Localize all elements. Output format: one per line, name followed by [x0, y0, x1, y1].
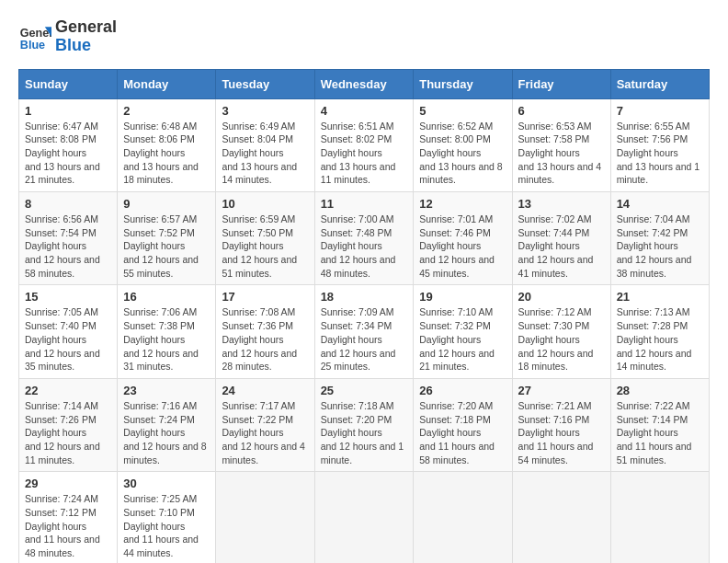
calendar-cell: 11 Sunrise: 7:00 AM Sunset: 7:48 PM Dayl…: [314, 192, 414, 285]
weekday-header-tuesday: Tuesday: [216, 69, 314, 98]
day-info: Sunrise: 7:05 AM Sunset: 7:40 PM Dayligh…: [25, 305, 111, 373]
calendar-table: SundayMondayTuesdayWednesdayThursdayFrid…: [18, 69, 710, 563]
day-number: 25: [321, 384, 408, 397]
logo-text: General Blue: [55, 18, 117, 55]
day-number: 18: [321, 290, 408, 304]
day-number: 24: [222, 384, 308, 397]
day-info: Sunrise: 7:16 AM Sunset: 7:24 PM Dayligh…: [123, 399, 210, 466]
calendar-week-row: 8 Sunrise: 6:56 AM Sunset: 7:54 PM Dayli…: [19, 192, 710, 285]
calendar-cell: 12 Sunrise: 7:01 AM Sunset: 7:46 PM Dayl…: [414, 192, 512, 285]
day-number: 28: [617, 384, 703, 397]
calendar-cell: 28 Sunrise: 7:22 AM Sunset: 7:14 PM Dayl…: [610, 378, 709, 471]
day-info: Sunrise: 7:25 AM Sunset: 7:10 PM Dayligh…: [123, 492, 210, 559]
day-number: 12: [419, 197, 506, 211]
weekday-header-saturday: Saturday: [610, 69, 709, 98]
calendar-week-row: 15 Sunrise: 7:05 AM Sunset: 7:40 PM Dayl…: [19, 285, 710, 378]
weekday-header-sunday: Sunday: [19, 69, 118, 98]
calendar-cell: [314, 472, 414, 563]
day-number: 16: [123, 290, 210, 304]
calendar-week-row: 1 Sunrise: 6:47 AM Sunset: 8:08 PM Dayli…: [19, 98, 710, 191]
day-number: 27: [518, 384, 605, 397]
calendar-cell: 27 Sunrise: 7:21 AM Sunset: 7:16 PM Dayl…: [512, 378, 610, 471]
page-header: General Blue General Blue: [18, 18, 710, 55]
calendar-cell: [512, 472, 610, 563]
svg-text:Blue: Blue: [20, 38, 45, 51]
calendar-cell: 13 Sunrise: 7:02 AM Sunset: 7:44 PM Dayl…: [512, 192, 610, 285]
weekday-header-wednesday: Wednesday: [314, 69, 414, 98]
day-info: Sunrise: 7:01 AM Sunset: 7:46 PM Dayligh…: [419, 213, 506, 280]
calendar-cell: 18 Sunrise: 7:09 AM Sunset: 7:34 PM Dayl…: [314, 285, 414, 378]
calendar-week-row: 29 Sunrise: 7:24 AM Sunset: 7:12 PM Dayl…: [19, 472, 710, 563]
day-info: Sunrise: 7:22 AM Sunset: 7:14 PM Dayligh…: [617, 399, 703, 466]
day-info: Sunrise: 7:09 AM Sunset: 7:34 PM Dayligh…: [321, 305, 408, 373]
calendar-cell: 4 Sunrise: 6:51 AM Sunset: 8:02 PM Dayli…: [314, 98, 414, 191]
day-number: 17: [222, 290, 308, 304]
day-info: Sunrise: 7:18 AM Sunset: 7:20 PM Dayligh…: [321, 399, 408, 466]
weekday-header-thursday: Thursday: [414, 69, 512, 98]
day-number: 30: [123, 477, 210, 490]
day-number: 10: [222, 197, 308, 211]
calendar-cell: 25 Sunrise: 7:18 AM Sunset: 7:20 PM Dayl…: [314, 378, 414, 471]
day-number: 22: [25, 384, 111, 397]
weekday-header-monday: Monday: [118, 69, 216, 98]
day-number: 6: [518, 104, 605, 118]
day-number: 15: [25, 290, 111, 304]
calendar-cell: 16 Sunrise: 7:06 AM Sunset: 7:38 PM Dayl…: [118, 285, 216, 378]
day-number: 11: [321, 197, 408, 211]
day-info: Sunrise: 6:59 AM Sunset: 7:50 PM Dayligh…: [222, 213, 308, 280]
day-number: 14: [617, 197, 703, 211]
calendar-cell: 20 Sunrise: 7:12 AM Sunset: 7:30 PM Dayl…: [512, 285, 610, 378]
calendar-cell: 7 Sunrise: 6:55 AM Sunset: 7:56 PM Dayli…: [610, 98, 709, 191]
day-info: Sunrise: 7:04 AM Sunset: 7:42 PM Dayligh…: [617, 213, 703, 280]
day-number: 7: [617, 104, 703, 118]
day-number: 2: [123, 104, 210, 118]
calendar-cell: 5 Sunrise: 6:52 AM Sunset: 8:00 PM Dayli…: [414, 98, 512, 191]
calendar-cell: 23 Sunrise: 7:16 AM Sunset: 7:24 PM Dayl…: [118, 378, 216, 471]
day-info: Sunrise: 7:06 AM Sunset: 7:38 PM Dayligh…: [123, 305, 210, 373]
day-info: Sunrise: 6:49 AM Sunset: 8:04 PM Dayligh…: [222, 120, 308, 187]
day-number: 29: [25, 477, 111, 490]
calendar-cell: 17 Sunrise: 7:08 AM Sunset: 7:36 PM Dayl…: [216, 285, 314, 378]
day-number: 21: [617, 290, 703, 304]
day-number: 8: [25, 197, 111, 211]
logo-blue-text: Blue: [55, 37, 117, 55]
day-info: Sunrise: 6:51 AM Sunset: 8:02 PM Dayligh…: [321, 120, 408, 187]
day-number: 26: [419, 384, 506, 397]
day-info: Sunrise: 7:14 AM Sunset: 7:26 PM Dayligh…: [25, 399, 111, 466]
day-number: 20: [518, 290, 605, 304]
calendar-cell: [610, 472, 709, 563]
day-number: 1: [25, 104, 111, 118]
calendar-cell: 1 Sunrise: 6:47 AM Sunset: 8:08 PM Dayli…: [19, 98, 118, 191]
calendar-cell: 3 Sunrise: 6:49 AM Sunset: 8:04 PM Dayli…: [216, 98, 314, 191]
calendar-cell: 26 Sunrise: 7:20 AM Sunset: 7:18 PM Dayl…: [414, 378, 512, 471]
calendar-cell: 10 Sunrise: 6:59 AM Sunset: 7:50 PM Dayl…: [216, 192, 314, 285]
day-info: Sunrise: 7:17 AM Sunset: 7:22 PM Dayligh…: [222, 399, 308, 466]
calendar-week-row: 22 Sunrise: 7:14 AM Sunset: 7:26 PM Dayl…: [19, 378, 710, 471]
calendar-cell: 24 Sunrise: 7:17 AM Sunset: 7:22 PM Dayl…: [216, 378, 314, 471]
day-info: Sunrise: 7:21 AM Sunset: 7:16 PM Dayligh…: [518, 399, 605, 466]
day-number: 23: [123, 384, 210, 397]
calendar-cell: [216, 472, 314, 563]
calendar-cell: 2 Sunrise: 6:48 AM Sunset: 8:06 PM Dayli…: [118, 98, 216, 191]
day-number: 9: [123, 197, 210, 211]
day-info: Sunrise: 7:24 AM Sunset: 7:12 PM Dayligh…: [25, 492, 111, 559]
day-info: Sunrise: 7:12 AM Sunset: 7:30 PM Dayligh…: [518, 305, 605, 373]
calendar-cell: 9 Sunrise: 6:57 AM Sunset: 7:52 PM Dayli…: [118, 192, 216, 285]
day-info: Sunrise: 7:02 AM Sunset: 7:44 PM Dayligh…: [518, 213, 605, 280]
day-info: Sunrise: 6:56 AM Sunset: 7:54 PM Dayligh…: [25, 213, 111, 280]
day-info: Sunrise: 7:00 AM Sunset: 7:48 PM Dayligh…: [321, 213, 408, 280]
calendar-cell: 29 Sunrise: 7:24 AM Sunset: 7:12 PM Dayl…: [19, 472, 118, 563]
calendar-cell: 15 Sunrise: 7:05 AM Sunset: 7:40 PM Dayl…: [19, 285, 118, 378]
calendar-cell: [414, 472, 512, 563]
weekday-header-friday: Friday: [512, 69, 610, 98]
day-number: 4: [321, 104, 408, 118]
day-info: Sunrise: 6:48 AM Sunset: 8:06 PM Dayligh…: [123, 120, 210, 187]
day-info: Sunrise: 7:13 AM Sunset: 7:28 PM Dayligh…: [617, 305, 703, 373]
calendar-cell: 21 Sunrise: 7:13 AM Sunset: 7:28 PM Dayl…: [610, 285, 709, 378]
day-number: 19: [419, 290, 506, 304]
day-number: 5: [419, 104, 506, 118]
day-number: 3: [222, 104, 308, 118]
day-info: Sunrise: 7:08 AM Sunset: 7:36 PM Dayligh…: [222, 305, 308, 373]
day-info: Sunrise: 6:53 AM Sunset: 7:58 PM Dayligh…: [518, 120, 605, 187]
day-info: Sunrise: 7:10 AM Sunset: 7:32 PM Dayligh…: [419, 305, 506, 373]
